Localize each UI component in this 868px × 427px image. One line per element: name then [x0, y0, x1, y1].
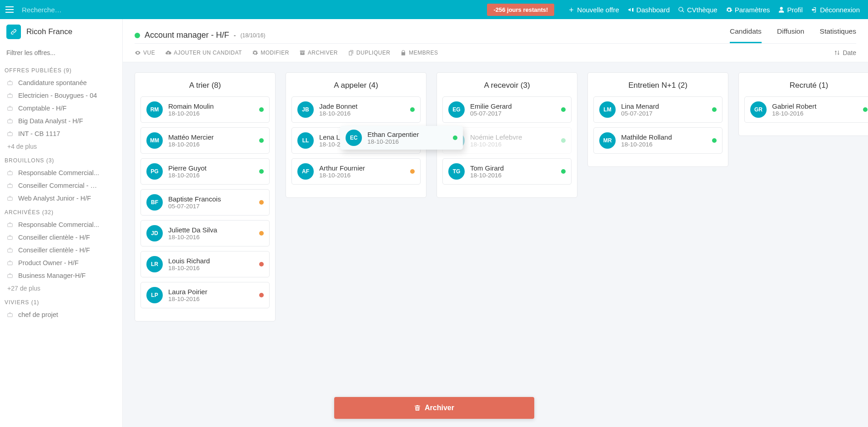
- kanban-column-trier[interactable]: A trier (8)RMRomain Moulin18-10-2016MMMa…: [135, 72, 276, 322]
- sidebar-item-publiee[interactable]: Comptable - H/F: [0, 102, 122, 115]
- sidebar-item-publiee[interactable]: INT - CB 1117: [0, 127, 122, 140]
- candidate-date: 18-10-2016: [168, 141, 254, 148]
- candidate-name: Gabriel Robert: [772, 102, 858, 110]
- sidebar-item-publiee[interactable]: Big Data Analyst - H/F: [0, 115, 122, 127]
- candidate-card[interactable]: LRLouis Richard18-10-2016: [140, 251, 270, 277]
- candidate-card[interactable]: BFBaptiste Francois05-07-2017: [140, 189, 270, 216]
- avatar: BF: [146, 194, 163, 211]
- kanban-column-entretien[interactable]: Entretien N+1 (2)LMLina Menard05-07-2017…: [587, 72, 728, 167]
- avatar: LL: [297, 132, 314, 149]
- status-dot-icon: [259, 169, 264, 174]
- nav-label: Déconnexion: [820, 6, 860, 14]
- candidate-name: Laura Poirier: [168, 288, 254, 296]
- status-dot-icon: [561, 138, 566, 143]
- svg-rect-4: [8, 133, 13, 136]
- status-dot-icon: [259, 200, 264, 205]
- hamburger-button[interactable]: [0, 0, 19, 19]
- publiees-more[interactable]: +4 de plus: [0, 140, 122, 153]
- candidate-card[interactable]: AFArthur Fournier18-10-2016: [291, 158, 421, 185]
- nav-dashboard[interactable]: Dashboard: [627, 6, 670, 14]
- archive-label: Archiver: [425, 404, 454, 412]
- sidebar-item-publiee[interactable]: Electricien - Bouygues - 04: [0, 89, 122, 102]
- tool-label: AJOUTER UN CANDIDAT: [174, 50, 242, 56]
- status-dot-icon: [561, 169, 566, 174]
- candidate-card[interactable]: MMMattéo Mercier18-10-2016: [140, 127, 270, 154]
- gear-icon: [252, 50, 258, 56]
- candidate-card[interactable]: LPLaura Poirier18-10-2016: [140, 282, 270, 308]
- nav-cvtheque[interactable]: CVthèque: [678, 6, 717, 14]
- archivees-more[interactable]: +27 de plus: [0, 282, 122, 295]
- candidate-card[interactable]: PGPierre Guyot18-10-2016: [140, 158, 270, 185]
- sidebar-item-archivee[interactable]: Product Owner - H/F: [0, 256, 122, 269]
- logout-icon: [811, 6, 818, 13]
- trash-icon: [414, 404, 421, 412]
- svg-rect-10: [8, 249, 13, 252]
- org-header[interactable]: Ricoh France: [0, 19, 122, 45]
- sidebar-item-label: Business Manager-H/F: [18, 272, 85, 279]
- status-dot-icon: [712, 107, 717, 112]
- nav-logout[interactable]: Déconnexion: [811, 6, 860, 14]
- candidate-name: Mattéo Mercier: [168, 133, 254, 141]
- candidate-card[interactable]: EGEmilie Gerard05-07-2017: [442, 96, 572, 123]
- tool-label: DUPLIQUER: [356, 50, 391, 56]
- candidate-card[interactable]: MRMathilde Rolland18-10-2016: [593, 127, 722, 154]
- candidate-name: Louis Richard: [168, 257, 254, 265]
- filter-offers-input[interactable]: [6, 49, 116, 56]
- sort-button[interactable]: Date: [834, 49, 856, 56]
- candidate-date: 05-07-2017: [168, 203, 254, 210]
- days-remaining-badge: -256 jours restants!: [487, 4, 554, 16]
- nav-parametres[interactable]: Paramètres: [726, 6, 770, 14]
- sidebar-item-brouillon[interactable]: Conseiller Commercial - …: [0, 179, 122, 192]
- sidebar-item-brouillon[interactable]: Responsable Commercial...: [0, 166, 122, 179]
- column-title: A trier (8): [140, 78, 270, 96]
- sidebar-item-brouillon[interactable]: Web Analyst Junior - H/F: [0, 192, 122, 205]
- candidate-card[interactable]: GRGabriel Robert18-10-2016: [744, 96, 868, 123]
- tab-statistiques[interactable]: Statistiques: [820, 27, 856, 43]
- tool-dupliquer[interactable]: DUPLIQUER: [348, 50, 391, 56]
- status-dot-icon: [561, 107, 566, 112]
- sidebar-item-label: Candidature spontanée: [18, 79, 87, 86]
- sidebar-item-archivee[interactable]: Responsable Commercial...: [0, 218, 122, 231]
- sidebar-item-label: Web Analyst Junior - H/F: [18, 195, 91, 202]
- candidate-date: 18-10-2016: [168, 172, 254, 179]
- candidate-card[interactable]: JBJade Bonnet18-10-2016: [291, 96, 421, 123]
- global-search-placeholder[interactable]: Recherche…: [19, 6, 156, 14]
- sidebar-item-label: Conseiller Commercial - …: [18, 182, 97, 189]
- candidate-card[interactable]: TGTom Girard18-10-2016: [442, 158, 572, 185]
- tool-label: MODIFIER: [261, 50, 289, 56]
- candidate-card[interactable]: JDJuliette Da Silva18-10-2016: [140, 220, 270, 246]
- avatar: LP: [146, 287, 163, 303]
- candidate-card[interactable]: RMRomain Moulin18-10-2016: [140, 96, 270, 123]
- svg-rect-3: [8, 120, 13, 123]
- kanban-column-recrute[interactable]: Recruté (1)GRGabriel Robert18-10-2016: [738, 72, 868, 136]
- tool-modifier[interactable]: MODIFIER: [252, 50, 289, 56]
- tool-vue[interactable]: VUE: [135, 50, 155, 56]
- candidate-date: 18-10-2016: [168, 265, 254, 271]
- status-dot-icon: [259, 293, 264, 297]
- tab-candidats[interactable]: Candidats: [730, 27, 762, 43]
- tab-diffusion[interactable]: Diffusion: [777, 27, 804, 43]
- sidebar-item-archivee[interactable]: Conseiller clientèle - H/F: [0, 231, 122, 244]
- sidebar-item-archivee[interactable]: Business Manager-H/F: [0, 269, 122, 282]
- avatar: LR: [146, 256, 163, 272]
- dragging-card[interactable]: EC Ethan Carpentier 18-10-2016: [340, 126, 463, 150]
- kanban-board: A trier (8)RMRomain Moulin18-10-2016MMMa…: [123, 62, 868, 427]
- sidebar: Ricoh France OFFRES PUBLIÉES (9) Candida…: [0, 19, 123, 427]
- tool-archiver[interactable]: ARCHIVER: [299, 50, 338, 56]
- tool-membres[interactable]: MEMBRES: [400, 50, 438, 56]
- section-publiees-title: OFFRES PUBLIÉES (9): [0, 63, 122, 76]
- nav-nouvelle-offre[interactable]: Nouvelle offre: [568, 6, 619, 14]
- sidebar-item-publiee[interactable]: Candidature spontanée: [0, 76, 122, 89]
- section-viviers-title: VIVIERS (1): [0, 295, 122, 308]
- nav-profil[interactable]: Profil: [778, 6, 803, 14]
- job-title-dash: -: [234, 32, 236, 39]
- archive-dropzone-button[interactable]: Archiver: [334, 397, 534, 419]
- candidate-card[interactable]: LMLina Menard05-07-2017: [593, 96, 722, 123]
- sidebar-item-archivee[interactable]: Conseiller clientèle - H/F: [0, 244, 122, 256]
- status-dot-icon: [410, 169, 415, 174]
- top-nav: Nouvelle offre Dashboard CVthèque Paramè…: [568, 6, 868, 14]
- tool-ajouter-candidat[interactable]: AJOUTER UN CANDIDAT: [165, 50, 242, 56]
- avatar: RM: [146, 101, 163, 118]
- candidate-date: 18-10-2016: [168, 110, 254, 117]
- sidebar-item-vivier[interactable]: chef de projet: [0, 308, 122, 321]
